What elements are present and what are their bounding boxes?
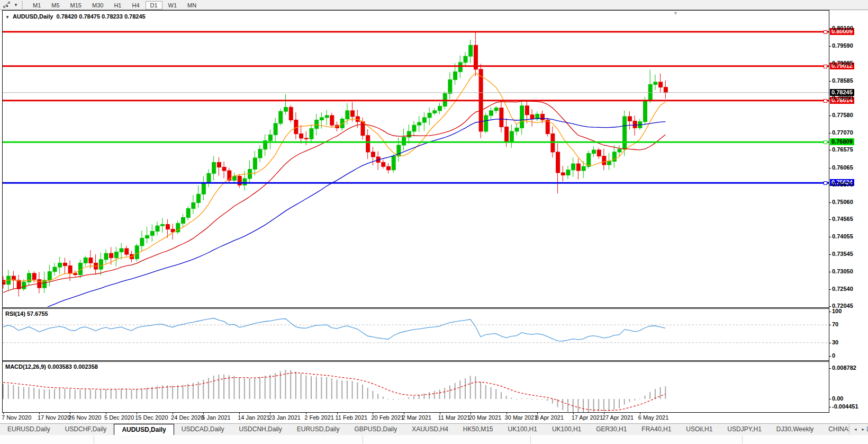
chart-tab-usdjpy-h1[interactable]: USDJPY,H1 (720, 424, 768, 435)
macd-histogram (3, 370, 666, 414)
time-axis-label: 5 Dec 2020 (104, 414, 134, 421)
price-axis-label: 0.73050 (832, 268, 853, 274)
chart-tab-fra40-h1[interactable]: FRA40,H1 (634, 424, 679, 435)
price-axis-tick (829, 116, 831, 116)
rsi-label: RSI(14) 57.6755 (5, 310, 48, 317)
ma-slow (3, 118, 665, 325)
time-axis-label: 5 Jan 2021 (202, 414, 230, 421)
price-axis-tick (829, 272, 831, 272)
chart-tab-uk100-h1[interactable]: UK100,H1 (545, 424, 589, 435)
macd-axis-tick (829, 368, 831, 369)
chart-tab-hk50-m15[interactable]: HK50,M15 (456, 424, 501, 435)
price-axis-tick (829, 98, 831, 99)
rsi-axis-label: 30 (832, 339, 838, 345)
time-axis-label: 6 May 2021 (638, 414, 668, 421)
price-axis-label: 0.78080 (832, 94, 853, 101)
chart-tab-audusd-daily[interactable]: AUDUSD,Daily (114, 424, 174, 435)
macd-axis-label: 0.00 (832, 395, 843, 402)
price-axis-label: 0.75570 (832, 181, 853, 188)
price-axis-label: 0.74565 (832, 216, 853, 222)
status-bar-separator (94, 436, 94, 443)
time-axis-label: 27 Apr 2021 (602, 414, 634, 421)
chart-tab-uk100-h1[interactable]: UK100,H1 (501, 424, 545, 435)
status-bar (0, 435, 868, 444)
price-axis-tick (829, 289, 831, 290)
macd-axis-label: -0.004451 (832, 403, 858, 410)
price-axis-tick (829, 219, 831, 220)
price-axis-label: 0.76065 (832, 164, 853, 171)
price-axis-label: 0.77580 (832, 112, 853, 118)
chart-shift-marker[interactable]: ▼ (673, 11, 678, 16)
rsi-axis-label: 70 (832, 321, 838, 327)
price-axis-label: 0.77070 (832, 129, 853, 136)
time-axis-label: 11 Feb 2021 (336, 414, 368, 421)
rsi-axis-label: 0 (832, 352, 835, 359)
price-axis-label: 0.80100 (832, 25, 853, 31)
time-axis-label: 8 Apr 2021 (536, 414, 564, 421)
line-anchor-knot (824, 140, 827, 144)
tab-scroll-arrows: ◂ ▸ (849, 424, 867, 434)
rsi-axis-tick (829, 312, 831, 312)
tab-scroll-left-icon[interactable]: ◂ (852, 427, 860, 432)
price-axis-label: 0.75060 (832, 199, 853, 205)
chart-tab-bar: EURUSD,DailyUSDCHF,DailyAUDUSD,DailyUSDC… (0, 423, 868, 436)
time-axis-label: 15 Dec 2020 (135, 414, 168, 421)
time-axis-label: 20 Mar 2021 (469, 414, 502, 421)
tab-scroll-right-icon[interactable]: ▸ (859, 427, 867, 432)
price-axis-tick (829, 237, 831, 237)
chart-tab-eurusd-daily[interactable]: EURUSD,Daily (0, 424, 58, 435)
chart-tab-usdcad-daily[interactable]: USDCAD,Daily (174, 424, 232, 435)
time-axis-label: 30 Mar 2021 (505, 414, 538, 421)
price-axis-label: 0.79085 (832, 60, 853, 66)
time-axis-label: 23 Jan 2021 (268, 414, 301, 421)
time-axis-label: 2 Feb 2021 (304, 414, 334, 421)
price-chart-canvas[interactable] (0, 0, 868, 444)
price-axis-tick (829, 202, 831, 203)
chart-tab-xauusd-h4[interactable]: XAUUSD,H4 (404, 424, 456, 435)
price-axis-tick (829, 81, 831, 82)
price-axis-label: 0.78585 (832, 77, 853, 84)
chart-tab-usoil-h1[interactable]: USOil,H1 (679, 424, 720, 435)
price-axis-label: 0.74055 (832, 233, 853, 239)
price-axis-tick (829, 133, 831, 134)
price-axis-tick (829, 306, 831, 307)
line-anchor-knot (824, 65, 827, 68)
chart-title-dropdown-icon[interactable]: ▼ (5, 15, 10, 20)
ohlc-quote: 0.78420 0.78475 0.78233 0.78245 (56, 13, 145, 20)
chart-tab-dj30-weekly[interactable]: DJ30,Weekly (769, 424, 821, 435)
chart-tab-eurusd-daily[interactable]: EURUSD,Daily (290, 424, 347, 435)
macd-axis-tick (829, 399, 831, 399)
price-axis-tick (829, 64, 831, 64)
rsi-axis-tick (829, 325, 831, 325)
status-bar-separator (742, 436, 743, 443)
time-axis-label: 20 Feb 2021 (371, 414, 404, 421)
price-axis-label: 0.76575 (832, 146, 853, 153)
status-bar-separator (530, 436, 531, 443)
chart-tab-ger30-h1[interactable]: GER30,H1 (589, 424, 634, 435)
time-axis-label: 24 Dec 2020 (171, 414, 204, 421)
chart-tab-gbpusd-daily[interactable]: GBPUSD,Daily (347, 424, 404, 435)
symbol-period-label: AUDUSD,Daily (13, 13, 53, 20)
time-axis-label: 17 Nov 2020 (38, 414, 70, 421)
status-bar-separator (363, 436, 363, 443)
time-axis-label: 11 Mar 2021 (438, 414, 471, 421)
time-axis-label: 7 Nov 2020 (2, 414, 31, 421)
rsi-axis-tick (829, 356, 831, 357)
macd-axis-label: 0.008782 (832, 365, 856, 371)
price-axis-tick (829, 254, 831, 255)
price-axis-tick (829, 29, 831, 29)
rsi-value: 57.6755 (27, 310, 48, 317)
level-price-tag: 0.76809 (830, 138, 854, 145)
price-axis-label: 0.73545 (832, 251, 853, 257)
macd-signal-line (3, 373, 665, 411)
chart-tab-usdcnh-daily[interactable]: USDCNH,Daily (231, 424, 289, 435)
macd-values: 0.003583 0.002358 (48, 363, 98, 370)
chart-title: ▼AUDUSD,Daily 0.78420 0.78475 0.78233 0.… (5, 13, 146, 20)
chart-tab-usdchf-daily[interactable]: USDCHF,Daily (58, 424, 114, 435)
candles (2, 32, 667, 297)
time-axis-label: 17 Apr 2021 (572, 414, 603, 421)
time-axis-label: 14 Jan 2021 (238, 414, 270, 421)
ma-fast (3, 73, 665, 282)
macd-axis-tick (829, 407, 831, 407)
line-anchor-knot (824, 181, 827, 185)
